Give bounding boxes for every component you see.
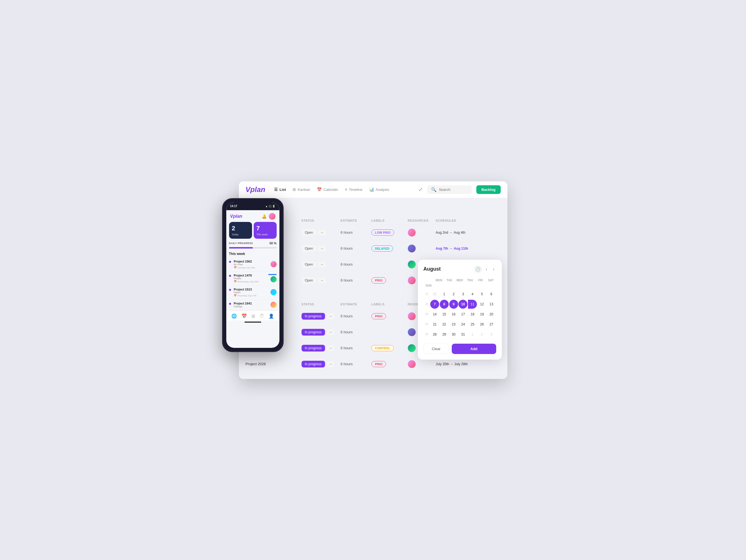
main-nav: ☰ List ⊞ Kanban 📅 Calender ≡ Timeline 📊 … (274, 186, 419, 193)
calendar-day-selected[interactable]: 10 (458, 300, 467, 309)
list-item[interactable]: Project 1562 de Vries 📅 Tuesday July 25t… (229, 257, 277, 272)
nav-calendar-button[interactable]: 📅 (241, 313, 247, 319)
nav-kanban-label: Kanban (297, 188, 310, 192)
phone-header-icons: 🔔 (262, 213, 276, 220)
calendar-day-selected[interactable]: 9 (449, 300, 458, 309)
week-number: 31 (424, 289, 430, 299)
calendar-day[interactable]: 2 (449, 290, 458, 299)
calendar-day[interactable]: 12 (478, 300, 486, 309)
calendar-week: 31 31 1 2 3 4 5 6 (424, 289, 496, 299)
calendar-add-button[interactable]: Add (452, 344, 496, 354)
nav-list[interactable]: ☰ List (274, 186, 286, 193)
calendar-day[interactable]: 20 (487, 310, 496, 319)
search-box[interactable]: 🔍 (427, 185, 472, 194)
avatar[interactable] (269, 213, 276, 220)
calendar-day[interactable]: 25 (468, 320, 477, 329)
nav-timer-button[interactable]: ⏱ (260, 313, 264, 319)
status-arrow-button[interactable]: → (327, 329, 335, 335)
calendar-day[interactable]: 14 (430, 310, 439, 319)
calendar-day[interactable]: 31 (430, 290, 439, 299)
status-badge: In progress (302, 313, 325, 319)
calendar-day-selected[interactable]: 8 (440, 300, 449, 309)
next-month-button[interactable]: › (491, 266, 496, 272)
calendar-day[interactable]: 19 (478, 310, 486, 319)
phone-progress-section: DAILY PROGRESS 50 % (226, 242, 280, 247)
calendar-day[interactable]: 1 (440, 290, 449, 299)
header-right: ⤢ 🔍 Backlog (419, 185, 501, 194)
day-header-thu: THU (465, 278, 475, 283)
expand-button[interactable]: ⤢ (419, 187, 423, 193)
calendar-day[interactable]: 21 (430, 320, 439, 329)
prev-month-button[interactable]: ‹ (484, 266, 489, 272)
calendar-day[interactable]: 31 (458, 330, 467, 339)
week-stat-card: 7 This week (254, 222, 277, 239)
calendar-day[interactable]: 2 (478, 330, 486, 339)
status-arrow-button[interactable]: → (318, 246, 326, 252)
avatar (408, 312, 415, 320)
clock-icon[interactable]: 🕐 (474, 265, 482, 273)
label-badge: LOW PRIO (371, 229, 394, 236)
nav-profile-button[interactable]: 👤 (268, 313, 274, 319)
calendar-day[interactable]: 18 (468, 310, 477, 319)
calendar-day[interactable]: 4 (468, 290, 477, 299)
calendar-day-today[interactable]: 7 (430, 300, 439, 309)
status-arrow-button[interactable]: → (327, 361, 335, 367)
label-cell: DELAYED (371, 246, 408, 252)
calendar-day[interactable]: 3 (458, 290, 467, 299)
nav-kanban[interactable]: ⊞ Kanban (293, 186, 310, 193)
calendar-day[interactable]: 27 (487, 320, 496, 329)
task-avatar (270, 289, 277, 295)
calendar-day[interactable]: 17 (458, 310, 467, 319)
calendar-week: 32 7 8 9 10 11 12 13 (424, 300, 496, 309)
list-item[interactable]: Project 1641 Dalinga (229, 300, 277, 310)
label-cell: PRIO (371, 313, 408, 319)
avatar (408, 277, 415, 284)
phone-task-list: Project 1562 de Vries 📅 Tuesday July 25t… (226, 257, 280, 310)
calendar-day[interactable]: 1 (468, 330, 477, 339)
list-item[interactable]: Project 1513 Malen 📅 Thuesday July 27th (229, 285, 277, 300)
calendar-day[interactable]: 22 (440, 320, 449, 329)
task-info: Project 1476 Mulder 📅 Wednesday July 26t… (234, 274, 268, 283)
calendar-day[interactable]: 26 (478, 320, 486, 329)
calendar-day[interactable]: 24 (458, 320, 467, 329)
calendar-day[interactable]: 23 (449, 320, 458, 329)
nav-timeline[interactable]: ≡ Timeline (345, 186, 363, 193)
status-arrow-button[interactable]: → (318, 261, 326, 268)
task-info: Project 1513 Malen 📅 Thuesday July 27th (234, 288, 270, 297)
phone-header: Vplan 🔔 (226, 210, 280, 222)
calendar-day[interactable]: 29 (440, 330, 449, 339)
list-item[interactable]: Project 1476 Mulder 📅 Wednesday July 26t… (229, 272, 277, 285)
task-avatar (270, 302, 277, 308)
col-status: STATUS (302, 303, 341, 306)
scheduled-start: Aug 7th (436, 247, 449, 250)
calendar-day[interactable]: 6 (487, 290, 496, 299)
nav-grid-button[interactable]: ⊞ (252, 313, 255, 319)
nav-calendar[interactable]: 📅 Calender (317, 186, 338, 193)
calendar-day[interactable]: 28 (430, 330, 439, 339)
avatar (408, 344, 415, 352)
status-arrow-button[interactable]: → (318, 277, 326, 283)
calendar-day[interactable]: 30 (449, 330, 458, 339)
avatar (408, 260, 415, 269)
calendar-day[interactable]: 15 (440, 310, 449, 319)
backlog-button[interactable]: Backlog (476, 185, 501, 194)
nav-analysis[interactable]: 📊 Analysis (369, 186, 389, 193)
scheduled-cell: Aug 2nd → Aug 4th (436, 231, 501, 234)
task-dot (229, 275, 231, 277)
calendar-day[interactable]: 3 (487, 330, 496, 339)
status-arrow-button[interactable]: → (327, 313, 335, 319)
estimate-cell: 6 hours (341, 362, 371, 366)
table-row: Project 1530 Open → 6 hours DELAYED Aug … (246, 241, 501, 257)
status-arrow-button[interactable]: → (327, 345, 335, 351)
bell-icon[interactable]: 🔔 (262, 214, 266, 219)
calendar-clear-button[interactable]: Clear (424, 344, 449, 354)
status-cell: Open → (302, 277, 341, 284)
calendar-day[interactable]: 13 (487, 300, 496, 309)
calendar-day[interactable]: 16 (449, 310, 458, 319)
col-resources: RESOURCES (408, 219, 436, 222)
status-arrow-button[interactable]: → (318, 229, 326, 236)
calendar-day[interactable]: 5 (478, 290, 486, 299)
search-input[interactable] (439, 188, 467, 192)
nav-globe-button[interactable]: 🌐 (231, 313, 237, 319)
calendar-day-range-end[interactable]: 11 (468, 300, 477, 309)
